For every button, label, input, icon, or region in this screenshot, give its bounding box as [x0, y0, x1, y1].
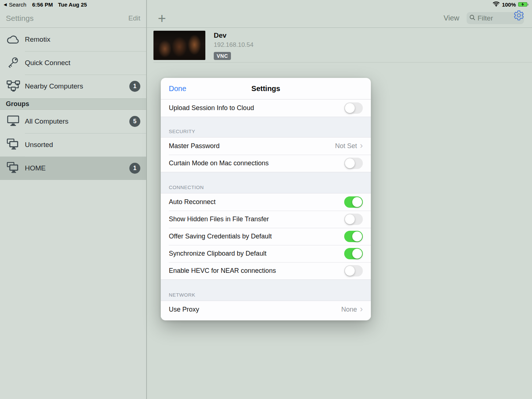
section-header-security: SECURITY — [169, 129, 195, 134]
battery-charging-icon — [518, 2, 528, 7]
nearby-computers-badge: 1 — [129, 81, 140, 92]
sidebar-item-label: All Computers — [25, 117, 129, 125]
sidebar-item-label: Quick Connect — [25, 59, 140, 67]
use-proxy-value: None — [341, 306, 357, 313]
modal-title: Settings — [251, 84, 280, 93]
section-header-network: NETWORK — [169, 292, 195, 298]
sidebar-item-remotix[interactable]: Remotix — [0, 28, 146, 51]
connection-settings-gear-icon[interactable] — [513, 10, 524, 22]
setting-row-auto-reconnect: Auto Reconnect — [161, 193, 371, 211]
sidebar-item-label: Remotix — [25, 35, 140, 44]
filter-placeholder: Filter — [478, 14, 493, 22]
sidebar-header: Settings Edit — [0, 9, 146, 27]
section-spacer: NETWORK — [161, 279, 371, 301]
enable-hevc-toggle[interactable] — [344, 265, 363, 276]
sidebar-nav: Remotix Quick Connect — [0, 28, 146, 98]
add-connection-button[interactable]: + — [158, 11, 166, 26]
back-to-app-label[interactable]: Search — [9, 1, 26, 8]
search-icon — [470, 15, 475, 22]
setting-row-curtain-mode: Curtain Mode on Mac connections — [161, 155, 371, 172]
edit-button[interactable]: Edit — [128, 14, 140, 22]
section-spacer: SECURITY — [161, 117, 371, 138]
status-date: Tue Aug 25 — [58, 1, 87, 8]
all-computers-badge: 5 — [129, 116, 140, 127]
setting-label: Curtain Mode on Mac connections — [169, 159, 344, 167]
network-computers-icon — [6, 80, 25, 93]
setting-label: Auto Reconnect — [169, 198, 344, 206]
setting-row-master-password[interactable]: Master Password Not Set › — [161, 138, 371, 155]
groups-section-label: Groups — [6, 100, 29, 108]
status-time: 6:56 PM — [32, 1, 53, 8]
master-password-value: Not Set — [335, 142, 357, 150]
setting-label: Synchronize Clipboard by Default — [169, 250, 344, 257]
dual-monitor-icon — [6, 162, 25, 175]
setting-label: Show Hidden Files in File Transfer — [169, 215, 344, 223]
sidebar: Settings Edit Remotix Quick Conne — [0, 0, 146, 399]
curtain-mode-toggle[interactable] — [344, 158, 363, 169]
setting-row-use-proxy[interactable]: Use Proxy None › — [161, 301, 371, 318]
list-divider — [153, 62, 532, 63]
chevron-right-icon: › — [360, 305, 363, 313]
section-spacer: CONNECTION — [161, 172, 371, 193]
synchronize-clipboard-toggle[interactable] — [344, 248, 363, 259]
sidebar-item-label: HOME — [25, 164, 129, 172]
header-divider — [0, 27, 532, 28]
wifi-icon — [493, 1, 500, 8]
show-hidden-files-toggle[interactable] — [344, 214, 363, 225]
key-icon — [6, 56, 25, 69]
connection-name: Dev — [214, 31, 254, 39]
setting-label: Master Password — [169, 142, 335, 150]
home-badge: 1 — [129, 163, 140, 174]
section-header-connection: CONNECTION — [169, 185, 204, 190]
sidebar-item-label: Nearby Computers — [25, 82, 129, 90]
groups-section-header: Groups — [0, 98, 146, 110]
settings-modal: Done Settings Upload Session Info to Clo… — [161, 78, 371, 320]
setting-row-show-hidden-files: Show Hidden Files in File Transfer — [161, 211, 371, 228]
offer-saving-credentials-toggle[interactable] — [344, 231, 363, 242]
setting-row-offer-saving-credentials: Offer Saving Credentials by Default — [161, 228, 371, 245]
upload-session-toggle[interactable] — [344, 102, 363, 114]
sidebar-item-quick-connect[interactable]: Quick Connect — [0, 51, 146, 75]
auto-reconnect-toggle[interactable] — [344, 196, 363, 208]
sidebar-item-all-computers[interactable]: All Computers 5 — [0, 110, 146, 133]
status-bar: ◀ Search 6:56 PM Tue Aug 25 100% — [0, 0, 532, 9]
cloud-icon — [6, 34, 25, 45]
connection-thumbnail[interactable] — [153, 31, 205, 60]
setting-row-synchronize-clipboard: Synchronize Clipboard by Default — [161, 245, 371, 262]
modal-header: Done Settings — [161, 78, 371, 99]
battery-percent: 100% — [502, 1, 516, 8]
sidebar-title: Settings — [6, 14, 34, 23]
protocol-badge: VNC — [214, 52, 231, 60]
dual-monitor-icon — [6, 138, 25, 151]
monitor-icon — [6, 115, 25, 128]
sidebar-item-home[interactable]: HOME 1 — [0, 157, 146, 180]
chevron-right-icon: › — [360, 142, 363, 149]
connection-row-dev[interactable]: Dev 192.168.10.54 VNC — [153, 31, 532, 62]
sidebar-item-nearby-computers[interactable]: Nearby Computers 1 — [0, 75, 146, 98]
view-button[interactable]: View — [444, 14, 459, 22]
sidebar-item-label: Unsorted — [25, 141, 140, 149]
setting-row-enable-hevc: Enable HEVC for NEAR connections — [161, 262, 371, 279]
sidebar-divider — [146, 0, 147, 399]
main-toolbar: + View Filter — [147, 9, 532, 27]
setting-label: Upload Session Info to Cloud — [169, 104, 344, 112]
back-to-app-icon[interactable]: ◀ — [4, 2, 7, 7]
setting-label: Offer Saving Credentials by Default — [169, 233, 344, 240]
setting-label: Enable HEVC for NEAR connections — [169, 267, 344, 275]
done-button[interactable]: Done — [169, 84, 186, 93]
sidebar-item-unsorted[interactable]: Unsorted — [0, 133, 146, 157]
setting-row-upload-session: Upload Session Info to Cloud — [161, 99, 371, 117]
setting-label: Use Proxy — [169, 306, 341, 313]
connection-address: 192.168.10.54 — [214, 41, 254, 49]
